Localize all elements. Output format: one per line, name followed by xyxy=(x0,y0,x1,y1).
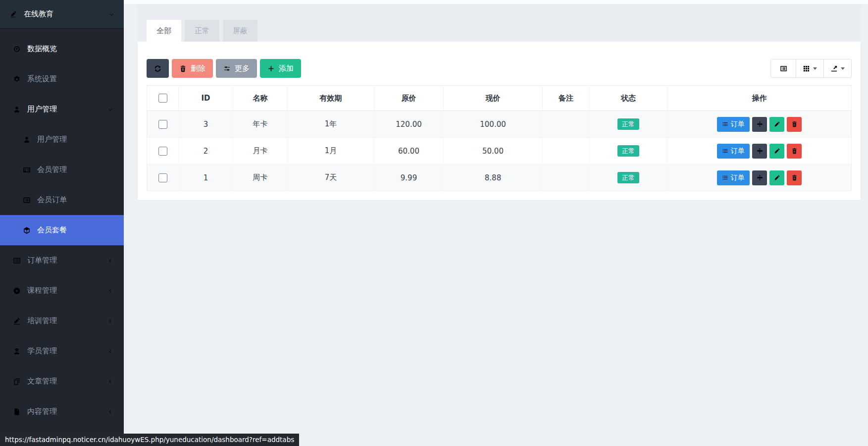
sidebar-item-student-management[interactable]: 学员管理 xyxy=(0,336,124,366)
cell-original-price: 60.00 xyxy=(374,138,444,165)
move-button[interactable] xyxy=(752,117,767,132)
orders-button[interactable]: 订单 xyxy=(717,117,750,132)
sidebar-item-member-package[interactable]: 会员套餐 xyxy=(0,215,124,245)
edit-button[interactable] xyxy=(769,117,784,132)
orders-button[interactable]: 订单 xyxy=(717,144,750,159)
row-select-cell xyxy=(147,165,179,191)
pencil-icon xyxy=(774,121,780,127)
chevron-left-icon xyxy=(108,409,113,414)
status-badge: 正常 xyxy=(617,172,639,183)
listul-icon xyxy=(722,121,728,127)
sidebar-item-user-management[interactable]: 用户管理 xyxy=(0,94,124,124)
add-button[interactable]: 添加 xyxy=(260,59,301,78)
pen-icon xyxy=(10,10,17,18)
sidebar-item-training-management-label: 培训管理 xyxy=(27,316,57,326)
caret-down-icon xyxy=(841,67,845,70)
chevron-down-icon xyxy=(108,107,113,112)
trash-icon xyxy=(791,121,798,127)
sidebar-item-course-management[interactable]: 课程管理 xyxy=(0,276,124,306)
sidebar-item-member-management-label: 会员管理 xyxy=(37,165,67,174)
chevron-left-icon xyxy=(108,319,113,324)
trash-icon xyxy=(179,65,187,72)
export-button[interactable] xyxy=(824,59,852,78)
refresh-button[interactable] xyxy=(147,59,169,78)
move-button[interactable] xyxy=(752,170,767,185)
row-select-cell xyxy=(147,138,179,165)
row-checkbox[interactable] xyxy=(158,120,167,129)
pen-icon xyxy=(13,317,21,325)
cell-current-price: 8.88 xyxy=(444,165,543,191)
column-header-4: 现价 xyxy=(444,86,543,111)
cell-validity: 1月 xyxy=(288,138,374,165)
cell-id: 1 xyxy=(179,165,233,191)
sidebar-item-content-management[interactable]: 内容管理 xyxy=(0,396,124,427)
detail-view-button[interactable] xyxy=(770,59,796,78)
sidebar-menu: 数据概览系统设置用户管理用户管理会员管理会员订单会员套餐订单管理课程管理培训管理… xyxy=(0,29,124,427)
sidebar-item-order-management-label: 订单管理 xyxy=(27,256,57,265)
orders-button-label: 订单 xyxy=(731,173,745,182)
sidebar-item-system-settings-label: 系统设置 xyxy=(27,74,57,84)
row-delete-button[interactable] xyxy=(787,144,802,159)
columns-button[interactable] xyxy=(796,59,824,78)
row-checkbox[interactable] xyxy=(158,173,167,182)
cell-validity: 1年 xyxy=(288,111,374,138)
pencil-icon xyxy=(774,174,780,181)
cell-actions: 订单 xyxy=(667,138,852,165)
column-header-0: ID xyxy=(179,86,233,111)
dashboard-icon xyxy=(13,45,21,53)
toolbar-left: 删除更多添加 xyxy=(147,59,301,78)
sidebar-item-content-management-label: 内容管理 xyxy=(27,407,57,416)
tab-hidden[interactable]: 屏蔽 xyxy=(223,20,257,42)
column-header-7: 操作 xyxy=(667,86,852,111)
refresh-icon xyxy=(154,65,161,72)
sidebar: 在线教育 数据概览系统设置用户管理用户管理会员管理会员订单会员套餐订单管理课程管… xyxy=(0,0,124,446)
caret-down-icon xyxy=(813,67,817,70)
chevron-left-icon xyxy=(108,288,113,293)
row-delete-button[interactable] xyxy=(787,117,802,132)
delete-button[interactable]: 删除 xyxy=(172,59,213,78)
sidebar-item-member-management[interactable]: 会员管理 xyxy=(0,155,124,185)
move-icon xyxy=(757,148,763,154)
row-checkbox[interactable] xyxy=(158,147,167,156)
copy-icon xyxy=(13,378,21,386)
more-button[interactable]: 更多 xyxy=(216,59,257,78)
cell-current-price: 50.00 xyxy=(444,138,543,165)
move-button[interactable] xyxy=(752,144,767,159)
sidebar-item-training-management[interactable]: 培训管理 xyxy=(0,306,124,336)
column-header-3: 原价 xyxy=(374,86,444,111)
sidebar-item-data-overview[interactable]: 数据概览 xyxy=(0,34,124,64)
app-brand[interactable]: 在线教育 xyxy=(0,0,124,29)
tab-normal[interactable]: 正常 xyxy=(185,20,219,42)
th-icon xyxy=(803,65,810,72)
plus-icon xyxy=(267,65,275,72)
export-icon xyxy=(830,65,838,72)
app-title: 在线教育 xyxy=(24,9,53,19)
orders-button-label: 订单 xyxy=(731,120,745,129)
listul-icon xyxy=(722,148,728,154)
sidebar-item-user-management-sub[interactable]: 用户管理 xyxy=(0,124,124,155)
cell-id: 2 xyxy=(179,138,233,165)
cell-status: 正常 xyxy=(590,165,667,191)
sidebar-item-order-management[interactable]: 订单管理 xyxy=(0,245,124,276)
orders-button[interactable]: 订单 xyxy=(717,170,750,185)
more-button-label: 更多 xyxy=(235,64,250,73)
cell-remark xyxy=(543,111,590,138)
sidebar-item-member-orders[interactable]: 会员订单 xyxy=(0,185,124,215)
user-icon xyxy=(23,136,31,144)
tab-bar: 全部正常屏蔽 xyxy=(138,4,861,42)
sidebar-item-article-management[interactable]: 文章管理 xyxy=(0,366,124,396)
table-header-row: ID名称有效期原价现价备注状态操作 xyxy=(147,86,852,111)
edit-button[interactable] xyxy=(769,144,784,159)
chevron-left-icon xyxy=(108,258,113,263)
table-row: 2月卡1月60.0050.00正常订单 xyxy=(147,138,852,165)
sidebar-item-article-management-label: 文章管理 xyxy=(27,377,57,386)
tab-all[interactable]: 全部 xyxy=(147,20,181,42)
sidebar-item-member-package-label: 会员套餐 xyxy=(37,225,67,235)
app-window: 在线教育 数据概览系统设置用户管理用户管理会员管理会员订单会员套餐订单管理课程管… xyxy=(0,0,868,446)
select-all-checkbox[interactable] xyxy=(158,94,167,103)
row-delete-button[interactable] xyxy=(787,170,802,185)
edit-button[interactable] xyxy=(769,170,784,185)
sidebar-item-system-settings[interactable]: 系统设置 xyxy=(0,64,124,94)
column-header-2: 有效期 xyxy=(288,86,374,111)
sidebar-item-user-management-sub-label: 用户管理 xyxy=(37,135,67,144)
